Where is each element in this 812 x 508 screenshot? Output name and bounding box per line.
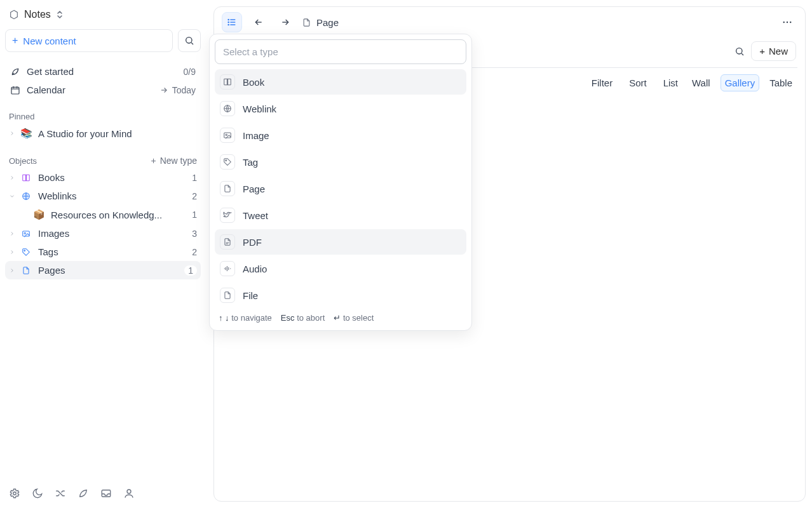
object-type-icon [19,173,33,182]
svg-point-4 [24,232,25,234]
type-option-label: PDF [243,237,262,248]
settings-icon[interactable] [9,488,20,499]
rocket-icon [10,67,20,77]
new-type-label: New type [160,156,197,166]
view-wall[interactable]: Wall [688,75,714,91]
breadcrumb[interactable]: Page [302,17,339,28]
object-type-count: 1 [184,265,197,276]
type-option-book[interactable]: Book [215,69,466,95]
inbox-icon[interactable] [100,488,112,499]
svg-point-14 [790,22,791,23]
sort-button[interactable]: Sort [625,75,651,91]
shuffle-icon[interactable] [55,488,66,499]
moon-icon[interactable] [32,488,43,499]
type-option-file[interactable]: File [215,283,466,308]
chevron-sort-icon [56,10,64,19]
tweet-icon [220,208,235,223]
object-type-count: 3 [187,229,197,239]
chevron-right-icon[interactable] [9,267,19,274]
arrow-left-icon [254,17,264,27]
type-option-weblink[interactable]: Weblink [215,96,466,121]
object-child-label: Resources on Knowledg... [51,210,187,220]
file-icon [220,288,235,303]
audio-icon [220,261,235,276]
list-icon [227,17,237,27]
chevron-right-icon[interactable] [9,231,19,237]
svg-point-0 [186,37,192,43]
object-child-emoji: 📦 [32,209,46,220]
plus-icon: + [759,46,765,57]
filter-button[interactable]: Filter [588,75,616,91]
svg-point-5 [24,250,25,251]
calendar-icon [10,85,20,95]
new-button[interactable]: + New [751,41,796,61]
svg-point-10 [228,22,229,22]
type-option-audio[interactable]: Audio [215,256,466,281]
list-toggle-button[interactable] [222,12,242,32]
view-table[interactable]: Table [766,75,796,91]
sidebar: Notes + New content Get started 0/9 [0,0,206,508]
new-type-button[interactable]: + New type [151,156,197,166]
type-option-pdf[interactable]: PDF [215,229,466,255]
type-option-label: Weblink [243,104,276,114]
sidebar-item-calendar[interactable]: Calendar Today [5,81,201,99]
esc-label: to abort [297,313,325,323]
pdf-icon [220,234,235,250]
object-type-row[interactable]: Books1 [5,168,201,187]
new-content-button[interactable]: + New content [5,29,173,52]
object-child-count: 1 [187,210,197,220]
object-type-label: Books [38,172,187,183]
type-option-image[interactable]: Image [215,123,466,148]
breadcrumb-label: Page [316,17,339,28]
enter-key: ↵ [334,313,341,323]
pinned-item-label: A Studio for your Mind [38,128,197,139]
type-option-page[interactable]: Page [215,176,466,201]
object-child-row[interactable]: 📦Resources on Knowledg...1 [5,205,201,224]
more-button[interactable] [777,12,797,32]
sidebar-footer [5,484,201,502]
object-type-count: 2 [187,191,197,201]
chevron-right-icon [9,130,19,137]
object-type-label: Images [38,228,187,239]
type-option-tweet[interactable]: Tweet [215,203,466,228]
object-type-row[interactable]: Tags2 [5,243,201,261]
esc-key: Esc [281,313,295,323]
chevron-right-icon[interactable] [9,249,19,255]
arrow-right-icon [280,17,290,27]
object-type-row[interactable]: Pages1 [5,261,201,279]
type-option-label: Audio [243,264,267,274]
nav-back-button[interactable] [248,12,269,32]
main-area: Page + New [206,0,812,508]
object-type-row[interactable]: Weblinks2 [5,187,201,205]
search-button[interactable] [178,29,201,52]
new-content-label: New content [23,36,76,46]
chevron-right-icon[interactable] [9,175,19,181]
type-option-tag[interactable]: Tag [215,149,466,175]
image-icon [220,128,235,143]
object-type-icon [19,266,33,275]
type-option-label: Image [243,130,269,141]
book-icon [220,74,235,90]
calendar-today-label[interactable]: Today [172,85,196,95]
type-option-label: File [243,290,258,301]
svg-rect-1 [11,87,19,94]
workspace-title: Notes [24,9,51,20]
sidebar-item-get-started[interactable]: Get started 0/9 [5,62,201,81]
chevron-down-icon[interactable] [9,193,19,199]
tag-icon [220,154,235,170]
enter-label: to select [343,313,374,323]
get-started-progress: 0/9 [184,67,196,77]
rocket-small-icon[interactable] [78,488,89,499]
object-type-label: Pages [38,265,184,276]
view-gallery[interactable]: Gallery [721,74,760,91]
toolbar-search-button[interactable] [734,46,745,57]
workspace-switcher[interactable]: Notes [5,6,201,23]
view-list[interactable]: List [660,75,682,91]
nav-forward-button[interactable] [275,12,295,32]
pinned-item[interactable]: 📚A Studio for your Mind [5,124,201,143]
svg-point-6 [13,492,17,495]
type-picker-input[interactable] [215,39,466,64]
topbar: Page [214,7,805,37]
object-type-row[interactable]: Images3 [5,224,201,243]
user-icon[interactable] [123,488,135,499]
